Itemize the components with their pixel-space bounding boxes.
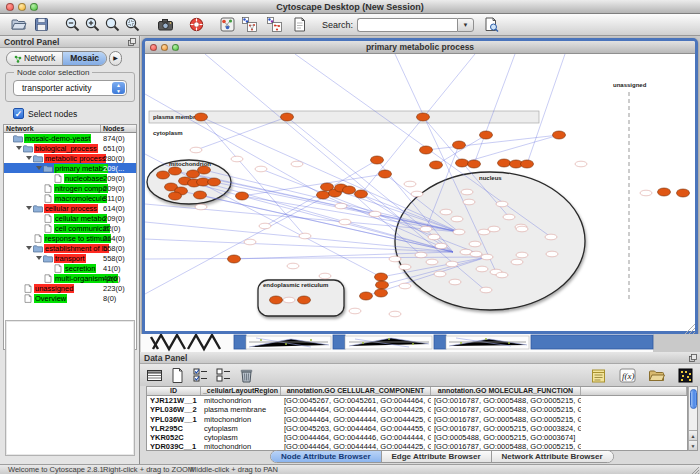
open-file-icon[interactable]	[10, 16, 27, 33]
network-node[interactable]	[468, 160, 481, 168]
network-node-label[interactable]	[463, 199, 475, 205]
tab-node-attribute-browser[interactable]: Node Attribute Browser	[271, 451, 381, 462]
network-node[interactable]	[228, 255, 241, 263]
table-row[interactable]: YKR052Ccytoplasm[GO:0044464, GO:0044446,…	[147, 433, 687, 442]
vizmapper-icon[interactable]	[219, 16, 236, 33]
enhanced-search-icon[interactable]	[483, 16, 500, 33]
network-node-label[interactable]	[389, 256, 401, 262]
tree-row[interactable]: multi-organism pro42(0)	[4, 273, 136, 283]
resize-grip-icon[interactable]	[690, 466, 699, 474]
network-node[interactable]	[521, 160, 534, 168]
network-node-label[interactable]	[476, 266, 488, 272]
network-node[interactable]	[553, 131, 566, 139]
network-node-label[interactable]	[516, 226, 528, 232]
tree-row[interactable]: establishment of lo558(0)	[4, 243, 136, 253]
network-node[interactable]	[208, 178, 221, 186]
table-column-header[interactable]: ID	[147, 387, 201, 395]
network-node-label[interactable]	[389, 311, 401, 317]
disclosure-triangle-icon[interactable]	[16, 146, 22, 150]
network-node-label[interactable]	[496, 272, 508, 278]
network-node-label[interactable]	[319, 273, 331, 279]
tree-row[interactable]: macromolecule311(0)	[4, 193, 136, 203]
network-node-label[interactable]	[287, 263, 299, 269]
network-node-label[interactable]	[434, 271, 446, 277]
zoom-fit-icon[interactable]	[104, 16, 121, 33]
disclosure-triangle-icon[interactable]	[26, 206, 32, 210]
table-row[interactable]: YPL036W__1mitochondrion[GO:0044464, GO:0…	[147, 415, 687, 424]
birdseye-view-panel[interactable]	[5, 320, 135, 456]
zoom-out-icon[interactable]	[64, 16, 81, 33]
tab-edge-attribute-browser[interactable]: Edge Attribute Browser	[381, 451, 491, 462]
scroll-down-icon[interactable]: ▼	[689, 440, 697, 450]
network-node-label[interactable]	[299, 233, 311, 239]
float-data-panel-icon[interactable]	[689, 354, 697, 362]
table-row[interactable]: YPL036W__2plasma membrane[GO:0044464, GO…	[147, 405, 687, 414]
tree-row[interactable]: cellular process614(0)	[4, 203, 136, 213]
network-node-label[interactable]	[435, 243, 447, 249]
network-node-label[interactable]	[426, 259, 438, 265]
table-scrollbar[interactable]: ▲ ▼	[688, 386, 698, 451]
network-node[interactable]	[376, 281, 389, 289]
network-node[interactable]	[677, 189, 690, 197]
function-builder-icon[interactable]: f(x)	[619, 367, 636, 384]
tree-row[interactable]: response to stimulu264(0)	[4, 233, 136, 243]
node-color-dropdown[interactable]: transporter activity ▲▼	[13, 80, 127, 96]
network-node-label[interactable]	[446, 261, 458, 267]
tree-row[interactable]: Overview8(0)	[4, 293, 136, 303]
network-node[interactable]	[498, 159, 511, 167]
tree-row[interactable]: cell communicat22(0)	[4, 223, 136, 233]
network-node[interactable]	[169, 192, 182, 200]
network-node[interactable]	[371, 156, 384, 164]
select-all-attributes-icon[interactable]	[192, 367, 209, 384]
tree-row[interactable]: primary metabo209(...	[4, 163, 136, 173]
network-node-label[interactable]	[291, 161, 303, 167]
network-node[interactable]	[298, 296, 311, 304]
edge-attribute-icon[interactable]	[266, 16, 283, 33]
network-node-label[interactable]	[453, 229, 465, 235]
network-node[interactable]	[270, 296, 283, 304]
tree-row[interactable]: cellular metabo209(0)	[4, 213, 136, 223]
tree-row[interactable]: mosaic-demo-yeast874(0)	[4, 133, 136, 143]
network-node-label[interactable]	[411, 191, 423, 197]
tab-network-attribute-browser[interactable]: Network Attribute Browser	[491, 451, 613, 462]
background-network-windows[interactable]	[141, 334, 700, 352]
network-view-window[interactable]: primary metabolic process plasma membran…	[142, 38, 698, 334]
network-node-label[interactable]	[244, 239, 256, 245]
network-node-label[interactable]	[404, 181, 416, 187]
attribute-delete-icon[interactable]	[238, 367, 255, 384]
network-node[interactable]	[157, 171, 170, 179]
annotation-notes-icon[interactable]	[590, 367, 607, 384]
network-node[interactable]	[453, 141, 466, 149]
network-node-label[interactable]	[575, 161, 587, 167]
table-row[interactable]: YLR295Ccytoplasm[GO:0045263, GO:0044464,…	[147, 424, 687, 433]
network-node-label[interactable]	[415, 252, 427, 258]
network-node-label[interactable]	[440, 209, 452, 215]
network-node-label[interactable]	[449, 279, 461, 285]
table-column-header[interactable]: annotation.GO CELLULAR_COMPONENT	[281, 387, 431, 395]
tree-column-network[interactable]: Network	[4, 125, 101, 132]
network-node[interactable]	[379, 170, 392, 178]
help-lifering-icon[interactable]	[188, 16, 205, 33]
zoom-in-icon[interactable]	[84, 16, 101, 33]
network-node-label[interactable]	[546, 251, 558, 257]
table-row[interactable]: YJR121W__1mitochondrion[GO:0045267, GO:0…	[147, 396, 687, 405]
network-node[interactable]	[355, 190, 368, 198]
network-node[interactable]	[343, 186, 356, 194]
unselect-all-attributes-icon[interactable]	[215, 367, 232, 384]
attribute-create-icon[interactable]	[169, 367, 186, 384]
network-node-label[interactable]	[461, 189, 473, 195]
network-node[interactable]	[281, 113, 294, 121]
network-node[interactable]	[658, 188, 671, 196]
snapshot-camera-icon[interactable]	[157, 16, 174, 33]
network-node-label[interactable]	[451, 216, 463, 222]
network-node[interactable]	[194, 191, 207, 199]
network-node-label[interactable]	[481, 254, 493, 260]
network-node-label[interactable]	[516, 252, 528, 258]
tree-row[interactable]: nucleobase-209(0)	[4, 173, 136, 183]
network-node[interactable]	[456, 159, 469, 167]
network-node-label[interactable]	[420, 226, 432, 232]
network-node[interactable]	[317, 191, 330, 199]
float-panel-icon[interactable]	[128, 38, 136, 46]
network-node[interactable]	[198, 166, 211, 174]
network-node[interactable]	[480, 131, 493, 139]
